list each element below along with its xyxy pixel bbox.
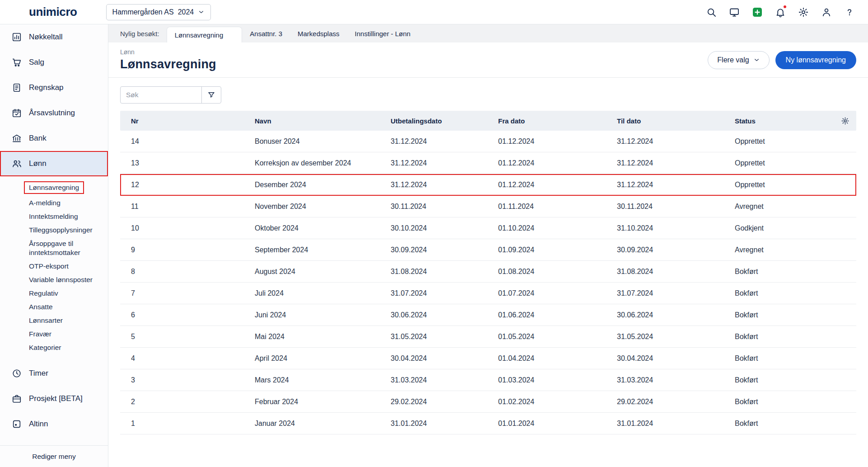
sidebar-subitem-label: Regulativ [29, 289, 58, 297]
sidebar-item-altinn[interactable]: Altinn [0, 411, 108, 437]
cell-fra-dato: 01.02.2024 [491, 398, 610, 406]
cell-status: Avregnet [728, 203, 856, 211]
sidebar-subitem-regulativ[interactable]: Regulativ [0, 287, 108, 300]
sidebar-subitem-label: Lønnsavregning [24, 181, 84, 194]
cell-fra-dato: 01.09.2024 [491, 246, 610, 254]
sidebar-item-n-kkeltall[interactable]: Nøkkeltall [0, 24, 108, 50]
altinn-icon [12, 419, 22, 429]
table-row[interactable]: 4April 202430.04.202401.04.202430.04.202… [120, 348, 856, 369]
table-row[interactable]: 8August 202431.08.202401.08.202431.08.20… [120, 261, 856, 283]
table-row[interactable]: 1Januar 202431.01.202401.01.202431.01.20… [120, 413, 856, 434]
calendar-icon [12, 108, 22, 118]
sidebar-subitem-kategorier[interactable]: Kategorier [0, 341, 108, 354]
table-row[interactable]: 7Juli 202431.07.202401.07.202431.07.2024… [120, 283, 856, 304]
cell-til-dato: 31.10.2024 [610, 224, 728, 232]
sidebar-item-salg[interactable]: Salg [0, 50, 108, 75]
sidebar-subitem-label: Tilleggsopplysninger [29, 226, 93, 234]
cell-status: Opprettet [728, 159, 856, 167]
table-row[interactable]: 9September 202430.09.202401.09.202430.09… [120, 239, 856, 261]
sidebar-item-bank[interactable]: Bank [0, 126, 108, 151]
column-header-utbetalingsdato[interactable]: Utbetalingsdato [383, 117, 491, 125]
table-row[interactable]: 14Bonuser 202431.12.202401.12.202431.12.… [120, 131, 856, 152]
cell-til-dato: 31.12.2024 [610, 159, 728, 167]
cell-fra-dato: 01.07.2024 [491, 289, 610, 297]
column-header-status[interactable]: Status [728, 117, 856, 125]
cell-til-dato: 31.08.2024 [610, 268, 728, 276]
recent-label: Nylig besøkt: [120, 30, 159, 38]
table-row[interactable]: 10Oktober 202430.10.202401.10.202431.10.… [120, 217, 856, 239]
settings-icon[interactable] [797, 6, 809, 18]
cell-utbetalingsdato: 30.04.2024 [383, 354, 491, 363]
user-icon[interactable] [820, 6, 832, 18]
help-icon[interactable] [843, 6, 855, 18]
sidebar-subitem-label: Årsoppgave til inntektsmottaker [29, 240, 80, 256]
quick-add-icon[interactable] [751, 6, 763, 18]
cell-navn: April 2024 [247, 354, 383, 363]
sidebar-subitem-ansatte[interactable]: Ansatte [0, 300, 108, 314]
table-row[interactable]: 3Mars 202431.03.202401.03.202431.03.2024… [120, 369, 856, 391]
new-payroll-button[interactable]: Ny lønnsavregning [775, 51, 856, 69]
edit-menu-button[interactable]: Rediger meny [32, 453, 76, 461]
cell-navn: Juni 2024 [247, 311, 383, 319]
breadcrumb: Lønn [120, 48, 216, 56]
cell-utbetalingsdato: 31.05.2024 [383, 333, 491, 341]
cell-fra-dato: 01.12.2024 [491, 137, 610, 146]
cell-status: Bokført [728, 268, 856, 276]
sidebar-item-rsavslutning[interactable]: Årsavslutning [0, 100, 108, 126]
tab-markedsplass[interactable]: Markedsplass [290, 24, 347, 42]
more-options-button[interactable]: Flere valg [708, 51, 769, 69]
sidebar-item-l-nn[interactable]: Lønn [0, 151, 108, 176]
marketplace-icon[interactable] [728, 6, 740, 18]
sidebar-subitem-variable-l-nnsposter[interactable]: Variable lønnsposter [0, 273, 108, 287]
table-settings-icon[interactable] [839, 115, 851, 127]
sidebar-subitem-l-nnsarter[interactable]: Lønnsarter [0, 314, 108, 327]
tab-ansattnr-3[interactable]: Ansattnr. 3 [242, 24, 290, 42]
search-icon[interactable] [705, 6, 717, 18]
page-title: Lønnsavregning [120, 57, 216, 71]
sidebar-item-timer[interactable]: Timer [0, 361, 108, 386]
tab-l-nnsavregning[interactable]: Lønnsavregning [167, 27, 243, 42]
sidebar-subitem-label: Variable lønnsposter [29, 276, 93, 283]
topbar-icons [705, 6, 855, 18]
sidebar-subitem-inntektsmelding[interactable]: Inntektsmelding [0, 210, 108, 223]
sidebar-subitem-frav-r[interactable]: Fravær [0, 327, 108, 341]
cell-status: Bokført [728, 289, 856, 297]
table-row[interactable]: 2Februar 202429.02.202401.02.202429.02.2… [120, 391, 856, 413]
menu-icon[interactable] [9, 5, 23, 19]
column-header-nr[interactable]: Nr [120, 117, 247, 125]
column-header-fra-dato[interactable]: Fra dato [491, 117, 610, 125]
table-row[interactable]: 11November 202430.11.202401.11.202430.11… [120, 196, 856, 217]
column-header-navn[interactable]: Navn [247, 117, 383, 125]
column-header-til-dato[interactable]: Til dato [610, 117, 728, 125]
sidebar-subitem-rsoppgave-til-inntektsmottaker[interactable]: Årsoppgave til inntektsmottaker [0, 237, 108, 259]
app-logo: unimicro [29, 5, 77, 19]
page-header: Lønn Lønnsavregning Flere valg Ny lønnsa… [108, 42, 868, 78]
cell-fra-dato: 01.12.2024 [491, 181, 610, 189]
cell-nr: 4 [120, 354, 247, 363]
table-row[interactable]: 13Korreksjon av desember 202431.12.20240… [120, 152, 856, 174]
cell-nr: 7 [120, 289, 247, 297]
sidebar-item-prosjekt-beta[interactable]: Prosjekt [BETA] [0, 386, 108, 411]
sidebar-subitem-l-nnsavregning[interactable]: Lønnsavregning [0, 179, 108, 196]
search-input[interactable] [121, 87, 201, 103]
tab-innstillinger-l-nn[interactable]: Innstillinger - Lønn [347, 24, 418, 42]
sidebar-subitem-otp-eksport[interactable]: OTP-eksport [0, 259, 108, 273]
cell-nr: 12 [120, 181, 247, 189]
company-selector[interactable]: Hammergården AS 2024 [106, 4, 211, 20]
table-row[interactable]: 5Mai 202431.05.202401.05.202431.05.2024B… [120, 326, 856, 348]
cell-utbetalingsdato: 31.07.2024 [383, 289, 491, 297]
cell-status: Opprettet [728, 181, 856, 189]
table-row[interactable]: 12Desember 202431.12.202401.12.202431.12… [120, 174, 856, 196]
sidebar-subitem-a-melding[interactable]: A-melding [0, 196, 108, 210]
company-year: 2024 [178, 8, 194, 16]
cell-navn: Mars 2024 [247, 376, 383, 384]
table-row[interactable]: 6Juni 202430.06.202401.06.202430.06.2024… [120, 304, 856, 326]
cell-nr: 13 [120, 159, 247, 167]
tab-close-icon[interactable] [228, 32, 234, 38]
sidebar-subitem-tilleggsopplysninger[interactable]: Tilleggsopplysninger [0, 223, 108, 237]
more-options-label: Flere valg [717, 56, 749, 64]
filter-button[interactable] [202, 87, 221, 103]
notifications-icon[interactable] [774, 6, 786, 18]
cell-navn: Juli 2024 [247, 289, 383, 297]
sidebar-item-regnskap[interactable]: Regnskap [0, 75, 108, 100]
